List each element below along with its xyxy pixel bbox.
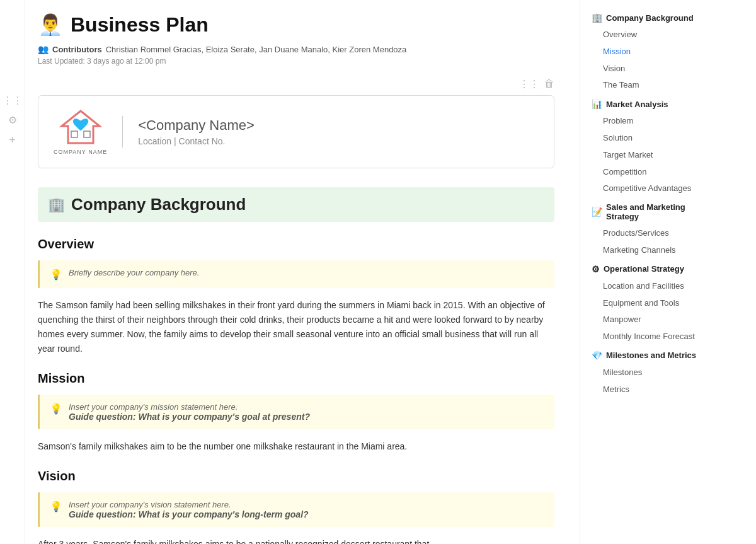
mission-callout-line1[interactable]: Insert your company's mission statement … xyxy=(69,402,310,412)
company-logo-area: COMPANY NAME xyxy=(54,108,107,155)
company-background-title: Company Background xyxy=(71,195,246,214)
sidebar-item-problem[interactable]: Problem xyxy=(588,113,723,130)
overview-callout: 💡 Briefly describe your company here. xyxy=(38,260,554,288)
sidebar-section-label-sales-marketing: Sales and Marketing Strategy xyxy=(606,202,719,221)
mission-callout-icon: 💡 xyxy=(50,403,62,415)
drag-icon[interactable]: ⋮⋮ xyxy=(3,95,23,107)
company-logo xyxy=(59,108,103,146)
sidebar-item-target-market[interactable]: Target Market xyxy=(588,147,723,164)
overview-body: The Samson family had been selling milks… xyxy=(38,298,554,356)
sidebar-item-vision[interactable]: Vision xyxy=(588,61,723,78)
company-info-area: <Company Name> Location | Contact No. xyxy=(138,117,255,146)
vision-callout-content: Insert your company's vision statement h… xyxy=(69,500,309,519)
page-title-area: 👨‍💼 Business Plan xyxy=(38,13,554,37)
last-updated: Last Updated: 3 days ago at 12:00 pm xyxy=(38,57,554,66)
company-background-emoji: 🏢 xyxy=(48,197,65,213)
company-name-label: COMPANY NAME xyxy=(54,149,107,155)
mission-body: Samson's family milkshakes aim to be the… xyxy=(38,439,554,454)
sidebar-section-header-sales-marketing[interactable]: 📝Sales and Marketing Strategy xyxy=(588,200,723,224)
vision-callout-line1[interactable]: Insert your company's vision statement h… xyxy=(69,500,309,509)
left-toolbar: ⋮⋮ ⚙ + xyxy=(0,0,25,544)
company-name[interactable]: <Company Name> xyxy=(138,117,255,134)
sidebar-item-competitive-advantages[interactable]: Competitive Advantages xyxy=(588,180,723,197)
sidebar-item-equipment-tools[interactable]: Equipment and Tools xyxy=(588,295,723,312)
sidebar-section-company-background: 🏢Company BackgroundOverviewMissionVision… xyxy=(588,10,723,94)
sidebar-item-metrics[interactable]: Metrics xyxy=(588,381,723,398)
block-delete-icon[interactable]: 🗑 xyxy=(544,78,554,90)
callout-bulb-icon: 💡 xyxy=(50,269,62,281)
contributors-icon: 👥 xyxy=(38,44,49,54)
contributors-row: 👥 Contributors Christian Rommel Gracias,… xyxy=(38,44,554,54)
sidebar-section-emoji-sales-marketing: 📝 xyxy=(592,207,602,217)
main-content: 👨‍💼 Business Plan 👥 Contributors Christi… xyxy=(25,0,580,544)
sidebar-section-header-operational-strategy[interactable]: ⚙Operational Strategy xyxy=(588,262,723,277)
add-icon[interactable]: + xyxy=(9,134,16,147)
vision-heading: Vision xyxy=(38,469,554,483)
sidebar-section-header-market-analysis[interactable]: 📊Market Analysis xyxy=(588,96,723,112)
overview-heading: Overview xyxy=(38,237,554,252)
sidebar-section-sales-marketing: 📝Sales and Marketing StrategyProducts/Se… xyxy=(588,200,723,259)
company-header-card: COMPANY NAME <Company Name> Location | C… xyxy=(38,95,554,168)
sidebar-section-emoji-company-background: 🏢 xyxy=(592,13,602,23)
sidebar-section-label-milestones-metrics: Milestones and Metrics xyxy=(606,350,696,360)
sidebar-item-monthly-income-forecast[interactable]: Monthly Income Forecast xyxy=(588,328,723,345)
sidebar-item-products-services[interactable]: Products/Services xyxy=(588,225,723,242)
sidebar-section-header-company-background[interactable]: 🏢Company Background xyxy=(588,10,723,25)
company-divider xyxy=(122,116,123,148)
sidebar-section-emoji-milestones-metrics: 💎 xyxy=(592,350,602,361)
sidebar-section-market-analysis: 📊Market AnalysisProblemSolutionTarget Ma… xyxy=(588,96,723,197)
sidebar-section-label-company-background: Company Background xyxy=(606,13,694,23)
block-toolbar: ⋮⋮ 🗑 xyxy=(38,78,554,90)
sidebar-item-overview[interactable]: Overview xyxy=(588,26,723,43)
sidebar-sections: 🏢Company BackgroundOverviewMissionVision… xyxy=(588,10,723,398)
sidebar-section-label-market-analysis: Market Analysis xyxy=(606,100,668,109)
mission-heading: Mission xyxy=(38,371,554,386)
sidebar-section-emoji-operational-strategy: ⚙ xyxy=(592,264,600,274)
svg-rect-1 xyxy=(71,131,77,137)
sidebar-item-mission[interactable]: Mission xyxy=(588,43,723,61)
page-emoji: 👨‍💼 xyxy=(38,13,63,37)
block-drag-handle[interactable]: ⋮⋮ xyxy=(519,78,539,90)
contributors-label: Contributors xyxy=(52,45,102,54)
company-location-contact: Location | Contact No. xyxy=(138,136,255,146)
sidebar-item-manpower[interactable]: Manpower xyxy=(588,311,723,328)
svg-rect-2 xyxy=(84,131,90,137)
sidebar-section-label-operational-strategy: Operational Strategy xyxy=(604,264,684,274)
vision-body: After 3 years, Samson's family milkshake… xyxy=(38,537,554,544)
vision-callout: 💡 Insert your company's vision statement… xyxy=(38,492,554,527)
sidebar-section-milestones-metrics: 💎Milestones and MetricsMilestonesMetrics xyxy=(588,348,723,398)
contributors-list: Christian Rommel Gracias, Eloiza Serate,… xyxy=(106,45,407,54)
mission-callout-line2: Guide question: What is your company's g… xyxy=(69,412,310,422)
settings-icon[interactable]: ⚙ xyxy=(8,114,17,126)
sidebar-item-milestones[interactable]: Milestones xyxy=(588,364,723,381)
vision-callout-line2: Guide question: What is your company's l… xyxy=(69,509,309,519)
sidebar-item-competition[interactable]: Competition xyxy=(588,164,723,181)
page-title: Business Plan xyxy=(71,13,209,37)
vision-callout-icon: 💡 xyxy=(50,501,62,512)
sidebar-item-the-team[interactable]: The Team xyxy=(588,77,723,94)
sidebar-item-solution[interactable]: Solution xyxy=(588,130,723,147)
sidebar-item-location-facilities[interactable]: Location and Facilities xyxy=(588,278,723,295)
right-sidebar: 🏢Company BackgroundOverviewMissionVision… xyxy=(580,0,731,544)
sidebar-section-header-milestones-metrics[interactable]: 💎Milestones and Metrics xyxy=(588,348,723,363)
sidebar-section-operational-strategy: ⚙Operational StrategyLocation and Facili… xyxy=(588,262,723,345)
company-background-header: 🏢 Company Background xyxy=(38,187,554,222)
mission-callout: 💡 Insert your company's mission statemen… xyxy=(38,395,554,429)
sidebar-item-marketing-channels[interactable]: Marketing Channels xyxy=(588,242,723,259)
mission-callout-content: Insert your company's mission statement … xyxy=(69,402,310,422)
overview-callout-text[interactable]: Briefly describe your company here. xyxy=(69,268,199,277)
sidebar-section-emoji-market-analysis: 📊 xyxy=(592,99,602,109)
